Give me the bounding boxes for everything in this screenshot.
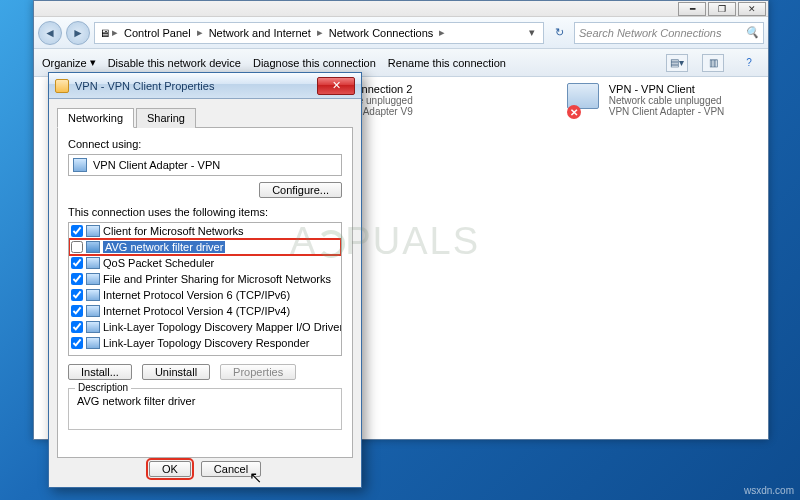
crumb-control-panel[interactable]: Control Panel (120, 25, 195, 41)
connect-using-label: Connect using: (68, 138, 342, 150)
help-button[interactable]: ? (738, 54, 760, 72)
minimize-button[interactable]: ━ (678, 2, 706, 16)
toolbar-disable[interactable]: Disable this network device (108, 57, 241, 69)
description-label: Description (75, 382, 131, 393)
cancel-button[interactable]: Cancel (201, 461, 261, 477)
view-button[interactable]: ▤▾ (666, 54, 688, 72)
item-label: Link-Layer Topology Discovery Responder (103, 337, 309, 349)
protocol-icon (86, 257, 100, 269)
list-item[interactable]: Internet Protocol Version 6 (TCP/IPv6) (69, 287, 341, 303)
crumb-network-connections[interactable]: Network Connections (325, 25, 438, 41)
adapter-field: VPN Client Adapter - VPN (68, 154, 342, 176)
protocol-icon (86, 225, 100, 237)
protocol-icon (86, 337, 100, 349)
error-badge-icon: ✕ (567, 105, 581, 119)
toolbar-rename[interactable]: Rename this connection (388, 57, 506, 69)
explorer-titlebar: ━ ❐ ✕ (34, 1, 768, 17)
list-item[interactable]: File and Printer Sharing for Microsoft N… (69, 271, 341, 287)
item-checkbox[interactable] (71, 289, 83, 301)
connection-partial[interactable]: onnection 2 le unplugged s Adapter V9 (355, 83, 546, 117)
conn-name: onnection 2 (355, 83, 412, 95)
breadcrumb[interactable]: 🖥 ▸ Control Panel ▸ Network and Internet… (94, 22, 544, 44)
list-item[interactable]: AVG network filter driver (69, 239, 341, 255)
item-label: File and Printer Sharing for Microsoft N… (103, 273, 331, 285)
search-icon: 🔍 (745, 26, 759, 39)
dialog-title: VPN - VPN Client Properties (75, 80, 317, 92)
connection-icon: ✕ (567, 83, 603, 119)
search-placeholder: Search Network Connections (579, 27, 721, 39)
source-mark: wsxdn.com (744, 485, 794, 496)
uninstall-button[interactable]: Uninstall (142, 364, 210, 380)
protocol-icon (86, 321, 100, 333)
computer-icon: 🖥 (99, 27, 110, 39)
item-checkbox[interactable] (71, 257, 83, 269)
back-button[interactable]: ◄ (38, 21, 62, 45)
item-checkbox[interactable] (71, 241, 83, 253)
item-label: Client for Microsoft Networks (103, 225, 244, 237)
toolbar-diagnose[interactable]: Diagnose this connection (253, 57, 376, 69)
item-checkbox[interactable] (71, 305, 83, 317)
dialog-close-button[interactable]: ✕ (317, 77, 355, 95)
conn-name: VPN - VPN Client (609, 83, 725, 95)
search-input[interactable]: Search Network Connections 🔍 (574, 22, 764, 44)
protocol-icon (86, 305, 100, 317)
conn-device: VPN Client Adapter - VPN (609, 106, 725, 117)
protocol-icon (86, 241, 100, 253)
tab-sharing[interactable]: Sharing (136, 108, 196, 128)
protocol-icon (86, 289, 100, 301)
dialog-titlebar: VPN - VPN Client Properties ✕ (49, 73, 361, 99)
item-label: AVG network filter driver (103, 241, 225, 253)
item-checkbox[interactable] (71, 321, 83, 333)
conn-device: s Adapter V9 (355, 106, 412, 117)
crumb-network-internet[interactable]: Network and Internet (205, 25, 315, 41)
refresh-button[interactable]: ↻ (548, 22, 570, 44)
list-item[interactable]: Internet Protocol Version 4 (TCP/IPv4) (69, 303, 341, 319)
description-group: Description AVG network filter driver (68, 388, 342, 430)
item-label: QoS Packet Scheduler (103, 257, 214, 269)
dialog-icon (55, 79, 69, 93)
properties-button: Properties (220, 364, 296, 380)
close-button[interactable]: ✕ (738, 2, 766, 16)
install-button[interactable]: Install... (68, 364, 132, 380)
connection-vpn[interactable]: ✕ VPN - VPN Client Network cable unplugg… (567, 83, 758, 119)
items-label: This connection uses the following items… (68, 206, 342, 218)
list-item[interactable]: Client for Microsoft Networks (69, 223, 341, 239)
description-text: AVG network filter driver (77, 395, 333, 421)
item-label: Link-Layer Topology Discovery Mapper I/O… (103, 321, 342, 333)
preview-button[interactable]: ▥ (702, 54, 724, 72)
list-item[interactable]: Link-Layer Topology Discovery Responder (69, 335, 341, 351)
dialog-footer: OK Cancel (49, 461, 361, 477)
configure-button[interactable]: Configure... (259, 182, 342, 198)
tab-networking[interactable]: Networking (57, 108, 134, 128)
item-checkbox[interactable] (71, 225, 83, 237)
list-item[interactable]: Link-Layer Topology Discovery Mapper I/O… (69, 319, 341, 335)
list-item[interactable]: QoS Packet Scheduler (69, 255, 341, 271)
toolbar-organize[interactable]: Organize ▾ (42, 56, 96, 69)
adapter-icon (73, 158, 87, 172)
tab-panel: Connect using: VPN Client Adapter - VPN … (57, 128, 353, 458)
item-label: Internet Protocol Version 6 (TCP/IPv6) (103, 289, 290, 301)
protocol-icon (86, 273, 100, 285)
properties-dialog: VPN - VPN Client Properties ✕ Networking… (48, 72, 362, 488)
ok-button[interactable]: OK (149, 461, 191, 477)
item-checkbox[interactable] (71, 337, 83, 349)
item-checkbox[interactable] (71, 273, 83, 285)
forward-button[interactable]: ► (66, 21, 90, 45)
items-listbox[interactable]: Client for Microsoft NetworksAVG network… (68, 222, 342, 356)
adapter-name: VPN Client Adapter - VPN (93, 159, 220, 171)
item-label: Internet Protocol Version 4 (TCP/IPv4) (103, 305, 290, 317)
maximize-button[interactable]: ❐ (708, 2, 736, 16)
conn-status: le unplugged (355, 95, 412, 106)
conn-status: Network cable unplugged (609, 95, 725, 106)
breadcrumb-dropdown[interactable]: ▾ (525, 26, 539, 39)
tabstrip: Networking Sharing (57, 107, 353, 128)
explorer-nav: ◄ ► 🖥 ▸ Control Panel ▸ Network and Inte… (34, 17, 768, 49)
